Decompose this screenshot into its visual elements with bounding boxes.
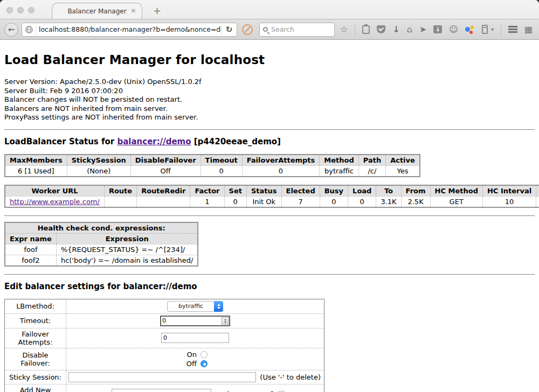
column-header: FailoverAttempts	[242, 155, 320, 166]
globe-icon	[22, 23, 36, 36]
set-value: 0	[224, 196, 246, 207]
url-text[interactable]: localhost:8880/balancer-manager?b=demo&n…	[36, 25, 221, 33]
column-header: HC Interval	[482, 185, 536, 197]
edit-balancer-form: LBmethod: bytraffic Timeout:	[4, 299, 324, 392]
expr-name: foof2	[5, 255, 56, 266]
lbmethod-label: LBmethod:	[5, 299, 66, 313]
minimize-window-icon[interactable]	[17, 7, 24, 13]
window-controls[interactable]	[6, 7, 34, 13]
active-value: Yes	[386, 165, 420, 177]
column-header: Elected	[281, 185, 320, 197]
save-to-device-icon[interactable]: ↓	[433, 25, 442, 33]
edit-settings-heading: Edit balancer settings for balancer://de…	[4, 282, 535, 291]
notice-proxypass: ProxyPass settings are NOT inherited fro…	[4, 113, 535, 122]
balancer-status-table: MaxMembers StickySession DisableFailover…	[4, 154, 420, 177]
disable-failover-label: Disable Failover:	[5, 348, 66, 370]
maxmembers-value: 6 [1 Used]	[5, 165, 67, 177]
method-value: bytraffic	[320, 165, 358, 177]
column-header: RouteRedir	[137, 185, 190, 197]
bookmark-star-icon[interactable]: ☆	[340, 25, 348, 34]
column-header: Busy	[320, 185, 348, 197]
column-header: Path	[358, 155, 385, 166]
worker-url-link[interactable]: http://www.example.com/	[10, 198, 100, 206]
load-value: 0	[348, 196, 376, 207]
color-dots-icon[interactable]	[465, 25, 475, 34]
container-icon[interactable]	[482, 25, 488, 34]
toolbar-icons: ☆ ↓ ⌂ ➤ ↓ ☺ ▾ ▦	[340, 24, 533, 35]
lbmethod-select[interactable]: bytraffic	[167, 301, 223, 312]
add-worker-input[interactable]	[112, 389, 211, 392]
timeout-label: Timeout:	[5, 313, 66, 328]
new-tab-button[interactable]: +	[150, 6, 164, 16]
divider	[4, 274, 535, 275]
download-icon[interactable]: ↓	[392, 25, 399, 34]
navigation-toolbar: ← localhost:8880/balancer-manager?b=demo…	[0, 19, 539, 40]
server-built: Server Built: Feb 9 2016 07:00:20	[4, 87, 535, 96]
column-header: Worker URL	[5, 185, 104, 197]
factor-value: 1	[190, 196, 224, 207]
sticky-session-row: Sticky Session: (Use '-' to delete)	[5, 370, 324, 384]
sticky-session-input[interactable]	[68, 372, 256, 382]
balancer-link[interactable]: balancer://demo	[117, 137, 191, 146]
path-value: /c/	[358, 165, 385, 177]
tab-close-icon[interactable]: ×	[130, 7, 136, 14]
radio-on[interactable]	[201, 351, 208, 358]
column-header: Factor	[190, 185, 224, 197]
lbmethod-selected-value: bytraffic	[168, 303, 214, 310]
failover-attempts-input[interactable]	[161, 333, 229, 343]
server-version: Server Version: Apache/2.5.0-dev (Unix) …	[4, 78, 535, 87]
clipboard-icon[interactable]	[362, 25, 370, 34]
feedback-smiley-icon[interactable]: ☺	[449, 25, 458, 34]
url-bar[interactable]: localhost:8880/balancer-manager?b=demo&n…	[22, 23, 237, 37]
page-content: Load Balancer Manager for localhost Serv…	[0, 40, 539, 392]
send-icon[interactable]: ➤	[419, 25, 426, 34]
search-field[interactable]	[259, 23, 335, 37]
reload-icon[interactable]: ↻	[222, 25, 237, 34]
status-value: Init Ok	[246, 196, 281, 207]
health-table-title: Health check cond. expressions:	[5, 222, 198, 234]
column-header: Load	[348, 185, 376, 197]
health-check-table: Health check cond. expressions: Expr nam…	[4, 222, 198, 267]
select-stepper-icon	[214, 301, 223, 312]
failover-label: Failover Attempts:	[5, 328, 66, 348]
browser-window: Balancer Manager × + ← localhost:8880/ba…	[0, 0, 539, 392]
divider	[4, 129, 535, 130]
pocket-icon[interactable]	[377, 25, 385, 33]
table-row: 6 [1 Used] (None) Off 0 0 bytraffic /c/ …	[5, 165, 420, 177]
passes-value: 1 (0)	[536, 196, 539, 207]
disable-failover-row: Disable Failover: On Off	[5, 348, 324, 370]
column-header: Status	[246, 185, 281, 197]
browser-tab[interactable]: Balancer Manager ×	[52, 3, 142, 19]
timeout-row: Timeout:	[5, 313, 324, 328]
close-window-icon[interactable]	[6, 7, 13, 13]
status-heading: LoadBalancer Status for balancer://demo …	[4, 137, 535, 146]
stickysession-value: (None)	[67, 165, 130, 177]
zoom-window-icon[interactable]	[28, 7, 34, 13]
grid-icon[interactable]: ▦	[524, 25, 533, 34]
column-header: Set	[224, 185, 246, 197]
worker-table: Worker URL Route RouteRedir Factor Set S…	[4, 185, 539, 208]
home-icon[interactable]: ⌂	[407, 25, 412, 34]
hc-interval-value: 10	[482, 196, 536, 207]
column-header: MaxMembers	[5, 155, 67, 166]
chevron-down-icon[interactable]: ▾	[491, 26, 494, 32]
add-worker-label: Add New Worker:	[5, 384, 66, 392]
search-input[interactable]	[271, 25, 325, 33]
notice-persist: Balancer changes will NOT be persisted o…	[4, 95, 535, 104]
column-header: From	[401, 185, 430, 197]
search-icon	[263, 27, 268, 32]
add-worker-row: Add New Worker: Are you sure?	[5, 384, 324, 392]
timeout-input[interactable]	[161, 317, 221, 325]
menu-icon[interactable]	[508, 26, 517, 33]
tab-bar: Balancer Manager × +	[0, 0, 539, 19]
number-spinner-icon[interactable]	[222, 317, 229, 325]
radio-off[interactable]	[201, 360, 208, 367]
hc-method-value: GET	[430, 196, 482, 207]
route-value	[104, 196, 136, 207]
expr-row: foof2 hc('body') =~ /domain is establish…	[5, 255, 198, 266]
block-icon[interactable]	[242, 24, 253, 35]
column-header: Method	[320, 155, 358, 166]
expr-value: hc('body') =~ /domain is established/	[56, 255, 198, 266]
column-header: Expr name	[5, 233, 56, 244]
back-button[interactable]: ←	[4, 23, 18, 37]
